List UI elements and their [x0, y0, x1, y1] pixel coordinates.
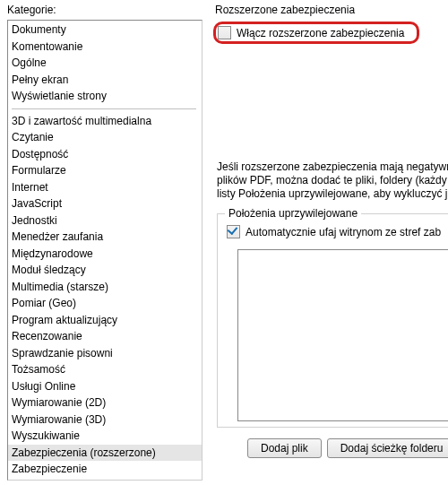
category-item[interactable]: Zabezpieczenia (rozszerzone) [8, 445, 202, 462]
category-item[interactable]: Dokumenty [8, 22, 202, 39]
category-separator [12, 108, 196, 109]
category-item[interactable]: Wymiarowanie (3D) [8, 411, 202, 429]
category-item[interactable]: Ogólne [8, 55, 202, 72]
categories-list[interactable]: DokumentyKomentowanieOgólnePełny ekranWy… [7, 20, 202, 481]
category-item[interactable]: Moduł śledzący [8, 262, 202, 279]
category-item[interactable]: Pomiar (Geo) [8, 295, 202, 312]
add-folder-button[interactable]: Dodaj ścieżkę folderu [327, 438, 448, 458]
category-item[interactable]: Multimedia (starsze) [8, 279, 202, 296]
auto-trust-row[interactable]: Automatycznie ufaj witrynom ze stref zab [227, 225, 448, 238]
category-item[interactable]: Program aktualizujący [8, 312, 202, 329]
category-item[interactable]: 3D i zawartość multimedialna [8, 113, 202, 130]
category-item[interactable]: Czytanie [8, 129, 202, 146]
categories-label: Kategorie: [7, 4, 202, 16]
section-title: Rozszerzone zabezpieczenia [211, 4, 448, 16]
add-file-button[interactable]: Dodaj plik [247, 438, 322, 458]
category-item[interactable]: Sprawdzanie pisowni [8, 345, 202, 362]
enable-enhanced-security-row[interactable]: Włącz rozszerzone zabezpieczenia [213, 22, 419, 44]
category-item[interactable]: Menedżer zaufania [8, 229, 202, 246]
category-item[interactable]: Komentowanie [8, 39, 202, 56]
category-item[interactable]: Usługi Online [8, 378, 202, 395]
category-item[interactable]: Recenzowanie [8, 328, 202, 345]
privileged-locations-title: Położenia uprzywilejowane [225, 207, 361, 220]
category-item[interactable]: Wyszukiwanie [8, 428, 202, 445]
category-item[interactable]: Formularze [8, 162, 202, 179]
description-text: Jeśli rozszerzone zabezpieczenia mają ne… [211, 160, 448, 201]
category-item[interactable]: Jednostki [8, 212, 202, 230]
category-item[interactable]: Wymiarowanie (2D) [8, 394, 202, 411]
category-item[interactable]: Dostępność [8, 146, 202, 163]
auto-trust-label: Automatycznie ufaj witrynom ze stref zab [246, 226, 441, 238]
category-item[interactable]: Zabezpieczenie [8, 461, 202, 478]
category-item[interactable]: Pełny ekran [8, 72, 202, 89]
category-item[interactable]: JavaScript [8, 195, 202, 212]
enable-enhanced-security-checkbox[interactable] [218, 26, 231, 39]
category-item[interactable]: Tożsamość [8, 361, 202, 378]
auto-trust-checkbox[interactable] [227, 225, 240, 238]
privileged-locations-listbox[interactable] [237, 249, 448, 421]
enable-enhanced-security-label: Włącz rozszerzone zabezpieczenia [237, 27, 404, 39]
privileged-locations-group: Położenia uprzywilejowane Automatycznie … [217, 213, 448, 428]
category-item[interactable]: Wyświetlanie strony [8, 88, 202, 105]
category-item[interactable]: Internet [8, 179, 202, 196]
category-item[interactable]: Międzynarodowe [8, 246, 202, 263]
